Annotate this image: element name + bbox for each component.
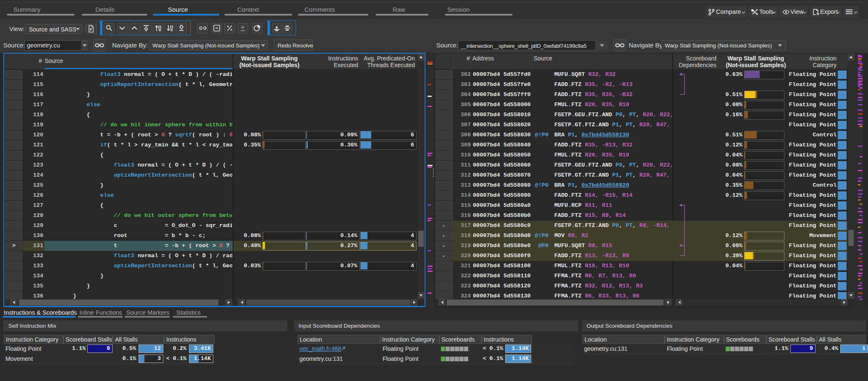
svg-text:P: P: [90, 27, 92, 31]
